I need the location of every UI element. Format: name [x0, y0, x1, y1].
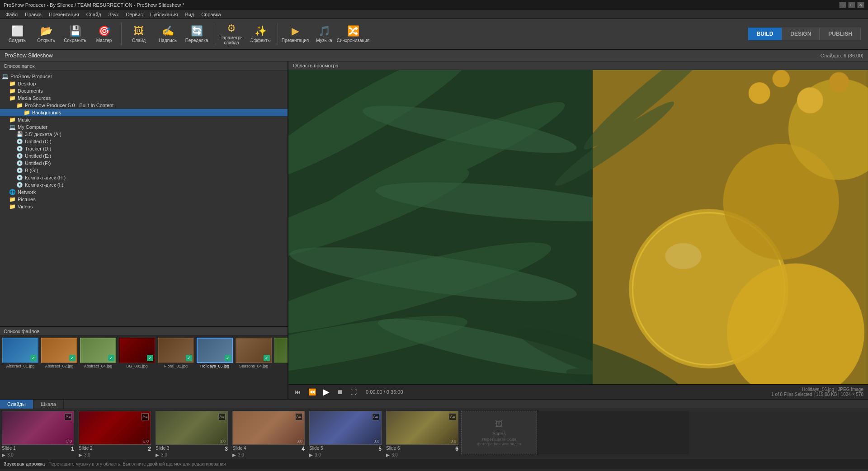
menu-view[interactable]: Вид [181, 11, 198, 18]
file-item-abstract02[interactable]: ✓ Abstract_02.jpg [41, 338, 78, 397]
menu-service[interactable]: Сервис [122, 11, 146, 18]
tree-item-documents[interactable]: 📁 Documents [0, 87, 288, 94]
file-item-bg001[interactable]: ✓ BG_001.jpg [118, 338, 156, 397]
window-controls: _ □ ✕ [839, 2, 864, 8]
drive-icon: 💾 [16, 131, 23, 137]
slide-controls-1: ▶ 3.0 [2, 452, 74, 457]
music-button[interactable]: 🎵 Музыка [311, 21, 338, 47]
slide-item-6[interactable]: A≡ 3.0 Slide 6 6 ▶ 3.0 [384, 411, 460, 457]
menu-publish[interactable]: Публикация [146, 11, 181, 18]
folder-tree[interactable]: 💻 ProShow Producer 📁 Desktop 📁 Documents… [0, 71, 288, 326]
toolbar-separator-3 [278, 23, 278, 45]
tree-item-pictures[interactable]: 📁 Pictures [0, 196, 288, 203]
svg-point-21 [797, 87, 823, 113]
tree-item-drive-c[interactable]: 💿 Untitled (C:) [0, 138, 288, 145]
file-label: Abstract_01.jpg [6, 364, 35, 368]
menu-presentation[interactable]: Презентация [45, 11, 82, 18]
stop-button[interactable]: ⏹ [335, 387, 345, 396]
menu-edit[interactable]: Правка [21, 11, 45, 18]
close-button[interactable]: ✕ [857, 2, 864, 8]
save-button[interactable]: 💾 Сохранить [61, 21, 89, 47]
tree-item-proshow-builtin[interactable]: 📁 ProShow Producer 5.0 - Built-In Conten… [0, 102, 288, 109]
slide-duration-3: 3.0 [220, 439, 226, 443]
caption-button[interactable]: ✍ Надпись [154, 21, 181, 47]
tree-item-network[interactable]: 🌐 Network [0, 188, 288, 196]
svg-point-20 [772, 70, 789, 87]
slide-item-3[interactable]: A≡ 3.0 Slide 3 3 ▶ 3.0 [154, 411, 230, 457]
file-list[interactable]: ✓ Abstract_01.jpg ✓ Abstract_02.jpg ✓ Ab… [0, 336, 288, 399]
tree-item-videos[interactable]: 📁 Videos [0, 203, 288, 210]
retake-button[interactable]: 🔄 Переделка [183, 21, 210, 47]
tree-item-backgrounds[interactable]: 📁 Backgrounds [0, 109, 288, 116]
build-mode-button[interactable]: BUILD [748, 28, 782, 40]
tree-item-proshow[interactable]: 💻 ProShow Producer [0, 73, 288, 80]
presentation-button[interactable]: ▶ Презентация [282, 21, 309, 47]
file-item-extra[interactable] [274, 338, 288, 397]
slide-controls-2: ▶ 3.0 [79, 452, 151, 457]
tree-item-media-sources[interactable]: 📁 Media Sources [0, 94, 288, 102]
file-header: Список файлов [0, 327, 288, 336]
time-display: 0:00.00 / 0:36:00 [366, 389, 403, 395]
slide-duration-4: 3.0 [297, 439, 302, 443]
slide-item-2[interactable]: A≡ 3.0 Slide 2 2 ▶ 3.0 [77, 411, 153, 457]
tree-item-drive-g[interactable]: 💿 В (G:) [0, 167, 288, 174]
toolbar-separator-1 [121, 23, 122, 45]
drive-icon: 💿 [16, 153, 23, 159]
tree-item-music[interactable]: 📁 Music [0, 116, 288, 123]
file-label: BG_001.jpg [126, 364, 148, 368]
file-info-detail: 1 of 8 Files Selected | 119.08 KB | 1024… [771, 392, 863, 397]
computer-icon: 💻 [2, 73, 9, 80]
timeline-tabs: Слайды Шкала [0, 400, 868, 409]
slide-label-4: Slide 4 4 [232, 446, 305, 452]
tree-item-drive-h[interactable]: 💿 Компакт-диск (H:) [0, 174, 288, 181]
file-item-abstract04[interactable]: ✓ Abstract_04.jpg [80, 338, 117, 397]
slide-item-1[interactable]: A≡ 3.0 Slide 1 1 ▶ 3.0 [0, 411, 76, 457]
preview-info: Holidays_06.jpg | JPEG Image 1 of 8 File… [771, 387, 863, 397]
tree-item-drive-d[interactable]: 💿 Tracker (D:) [0, 145, 288, 152]
menu-slide[interactable]: Слайд [83, 11, 105, 18]
sync-button[interactable]: 🔀 Синхронизация [340, 21, 367, 47]
tab-scale[interactable]: Шкала [33, 400, 64, 409]
file-item-floral01[interactable]: ✓ Floral_01.jpg [157, 338, 194, 397]
menu-file[interactable]: Файл [2, 11, 21, 18]
maximize-button[interactable]: □ [848, 2, 855, 8]
tab-slides[interactable]: Слайды [0, 400, 33, 409]
tree-item-floppy[interactable]: 💾 3.5' дискета (A:) [0, 131, 288, 138]
slides-area[interactable]: A≡ 3.0 Slide 1 1 ▶ 3.0 A≡ 3.0 Slide 2 2 [0, 409, 868, 459]
minimize-button[interactable]: _ [839, 2, 846, 8]
publish-mode-button[interactable]: PUBLISH [820, 28, 861, 40]
sync-icon: 🔀 [347, 25, 359, 37]
check-icon: ✓ [264, 355, 270, 361]
file-item-abstract01[interactable]: ✓ Abstract_01.jpg [2, 338, 39, 397]
open-button[interactable]: 📂 Открыть [33, 21, 60, 47]
check-icon: ✓ [108, 355, 114, 361]
create-button[interactable]: ⬜ Создать [4, 21, 31, 47]
drive-icon: 💿 [16, 167, 23, 174]
slide-label-1: Slide 1 1 [2, 446, 74, 452]
tree-item-my-computer[interactable]: 💻 My Computer [0, 123, 288, 131]
effects-button[interactable]: ✨ Эффекты [247, 21, 274, 47]
step-back-button[interactable]: ⏪ [307, 387, 318, 396]
folder-icon: 📁 [9, 95, 16, 101]
play-button[interactable]: ▶ [321, 386, 331, 398]
tree-item-desktop[interactable]: 📁 Desktop [0, 80, 288, 87]
file-item-seasons04[interactable]: ✓ Seasons_04.jpg [235, 338, 272, 397]
file-item-holidays06[interactable]: ✓ Holidays_06.jpg [196, 338, 233, 397]
master-button[interactable]: 🎯 Мастер [90, 21, 118, 47]
tree-item-drive-e[interactable]: 💿 Untitled (E:) [0, 152, 288, 160]
design-mode-button[interactable]: DESIGN [782, 28, 820, 40]
tree-item-drive-f[interactable]: 💿 Untitled (F:) [0, 160, 288, 167]
slide-item-4[interactable]: A≡ 3.0 Slide 4 4 ▶ 3.0 [231, 411, 307, 457]
menu-help[interactable]: Справка [198, 11, 224, 18]
slide-thumbnail-6: A≡ 3.0 [386, 411, 458, 445]
file-thumbnail: ✓ [41, 338, 77, 363]
drive-icon: 💿 [16, 160, 23, 166]
slide-button[interactable]: 🖼 Слайд [125, 21, 152, 47]
menu-sound[interactable]: Звук [105, 11, 123, 18]
fullscreen-button[interactable]: ⛶ [349, 387, 359, 396]
main-layout: Список папок 💻 ProShow Producer 📁 Deskto… [0, 61, 868, 399]
tree-item-drive-i[interactable]: 💿 Компакт-диск (I:) [0, 181, 288, 188]
slide-item-5[interactable]: A≡ 3.0 Slide 5 5 ▶ 3.0 [307, 411, 383, 457]
skip-back-button[interactable]: ⏮ [293, 387, 303, 396]
slide-params-button[interactable]: ⚙ Параметры слайда [218, 21, 245, 47]
